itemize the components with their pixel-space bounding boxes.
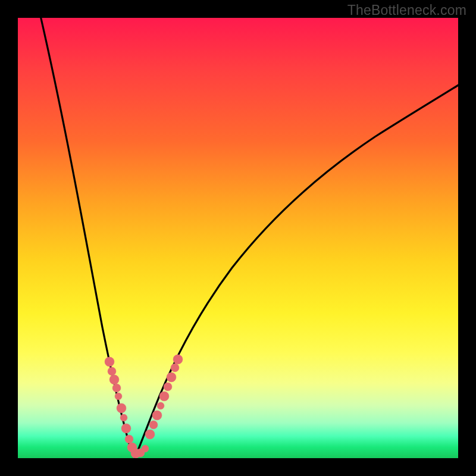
chart-svg (18, 18, 458, 458)
chart-frame: TheBottleneck.com (0, 0, 476, 476)
marker-dot (105, 357, 114, 367)
marker-dot (142, 445, 149, 452)
marker-dot (115, 393, 122, 400)
marker-dot (145, 430, 155, 439)
marker-dot (108, 367, 116, 375)
marker-dot (120, 414, 127, 421)
marker-dot (117, 403, 126, 413)
curve-right-branch (135, 84, 458, 458)
curve-left-branch (39, 18, 135, 458)
marker-dot (171, 364, 179, 372)
marker-dot (167, 372, 176, 382)
marker-dot (173, 355, 183, 364)
marker-dot (149, 421, 158, 429)
marker-dot (109, 375, 119, 384)
plot-area (18, 18, 458, 458)
marker-dot (152, 411, 162, 420)
marker-dot (159, 392, 169, 401)
marker-dot (157, 402, 164, 409)
marker-dot (164, 383, 172, 391)
marker-dot (112, 384, 121, 392)
watermark-text: TheBottleneck.com (347, 2, 466, 18)
marker-dot (125, 435, 133, 443)
marker-dot (121, 424, 131, 433)
